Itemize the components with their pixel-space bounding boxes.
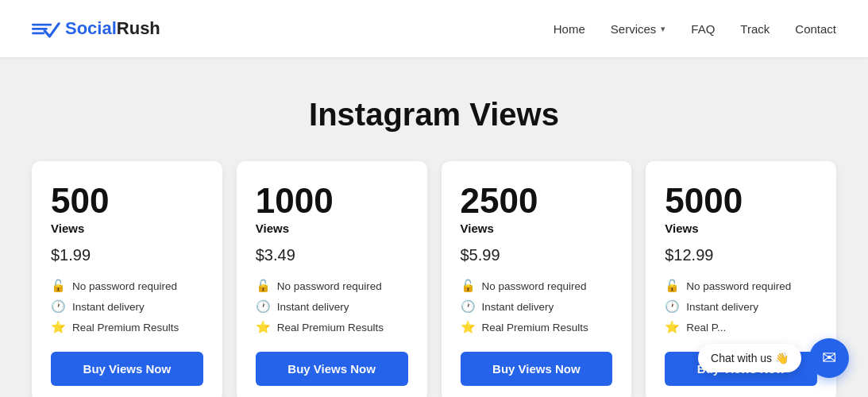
feature-icon: 🔓 xyxy=(51,279,66,293)
svg-rect-2 xyxy=(32,33,44,35)
feature-item: ⭐ Real Premium Results xyxy=(256,320,408,334)
pricing-card-0: 500 Views $1.99 🔓 No password required 🕐… xyxy=(32,161,222,397)
logo-rush: Rush xyxy=(117,18,160,38)
feature-text: Real P... xyxy=(686,322,726,333)
nav-faq[interactable]: FAQ xyxy=(691,22,715,36)
feature-item: ⭐ Real Premium Results xyxy=(51,320,203,334)
feature-item: 🔓 No password required xyxy=(461,279,613,293)
feature-text: Instant delivery xyxy=(72,301,145,313)
card-features: 🔓 No password required 🕐 Instant deliver… xyxy=(665,279,817,334)
feature-text: Real Premium Results xyxy=(72,322,179,333)
feature-icon: ⭐ xyxy=(51,320,66,334)
feature-icon: ⭐ xyxy=(461,320,476,334)
feature-icon: 🔓 xyxy=(256,279,271,293)
card-quantity: 2500 xyxy=(461,183,613,218)
chat-widget: Chat with us 👋 ✉ xyxy=(698,338,849,378)
chat-icon: ✉ xyxy=(822,348,836,368)
logo-social: Social xyxy=(65,18,117,38)
card-label: Views xyxy=(461,222,613,235)
feature-icon: 🕐 xyxy=(51,299,66,314)
logo-icon xyxy=(32,17,60,40)
feature-text: No password required xyxy=(277,280,382,292)
card-price: $1.99 xyxy=(51,246,203,264)
feature-icon: ⭐ xyxy=(256,320,271,334)
feature-text: Instant delivery xyxy=(277,301,349,313)
card-quantity: 5000 xyxy=(665,183,817,218)
header: SocialRush Home Services ▾ FAQ Track Con… xyxy=(0,0,868,57)
feature-text: No password required xyxy=(72,280,177,292)
feature-item: 🔓 No password required xyxy=(256,279,408,293)
feature-item: 🕐 Instant delivery xyxy=(256,299,408,314)
feature-icon: 🔓 xyxy=(461,279,476,293)
feature-icon: 🔓 xyxy=(665,279,680,293)
feature-item: 🔓 No password required xyxy=(51,279,203,293)
feature-text: Instant delivery xyxy=(482,301,554,313)
feature-item: 🕐 Instant delivery xyxy=(461,299,613,314)
card-label: Views xyxy=(51,222,203,235)
feature-item: 🔓 No password required xyxy=(665,279,817,293)
card-price: $3.49 xyxy=(256,246,408,264)
card-quantity: 1000 xyxy=(256,183,408,218)
page-title: Instagram Views xyxy=(32,97,836,133)
feature-icon: 🕐 xyxy=(256,299,271,314)
card-label: Views xyxy=(256,222,408,235)
pricing-card-2: 2500 Views $5.99 🔓 No password required … xyxy=(442,161,632,397)
card-price: $5.99 xyxy=(461,246,613,264)
nav-contact[interactable]: Contact xyxy=(795,22,836,36)
feature-item: 🕐 Instant delivery xyxy=(665,299,817,314)
buy-button-1[interactable]: Buy Views Now xyxy=(256,352,408,386)
buy-button-2[interactable]: Buy Views Now xyxy=(461,352,613,386)
card-label: Views xyxy=(665,222,817,235)
logo[interactable]: SocialRush xyxy=(32,17,160,40)
feature-text: No password required xyxy=(482,280,587,292)
buy-button-0[interactable]: Buy Views Now xyxy=(51,352,203,386)
feature-item: ⭐ Real Premium Results xyxy=(461,320,613,334)
nav-services[interactable]: Services ▾ xyxy=(611,22,666,36)
feature-item: 🕐 Instant delivery xyxy=(51,299,203,314)
feature-text: Real Premium Results xyxy=(482,322,588,333)
feature-item: ⭐ Real P... xyxy=(665,320,817,334)
chat-button[interactable]: ✉ xyxy=(809,338,849,378)
card-features: 🔓 No password required 🕐 Instant deliver… xyxy=(51,279,203,334)
feature-text: Real Premium Results xyxy=(277,322,384,333)
svg-rect-0 xyxy=(32,24,52,26)
feature-text: Instant delivery xyxy=(686,301,758,313)
feature-icon: 🕐 xyxy=(665,299,680,314)
feature-icon: ⭐ xyxy=(665,320,680,334)
logo-text: SocialRush xyxy=(65,18,160,39)
pricing-card-1: 1000 Views $3.49 🔓 No password required … xyxy=(237,161,427,397)
nav-services-link[interactable]: Services xyxy=(611,22,657,36)
feature-icon: 🕐 xyxy=(461,299,476,314)
card-price: $12.99 xyxy=(665,246,817,264)
nav-home[interactable]: Home xyxy=(554,22,585,36)
card-features: 🔓 No password required 🕐 Instant deliver… xyxy=(256,279,408,334)
feature-text: No password required xyxy=(686,280,791,292)
nav-track[interactable]: Track xyxy=(740,22,770,36)
card-features: 🔓 No password required 🕐 Instant deliver… xyxy=(461,279,613,334)
card-quantity: 500 xyxy=(51,183,203,218)
chat-bubble: Chat with us 👋 xyxy=(698,344,801,372)
chevron-down-icon: ▾ xyxy=(661,24,665,34)
main-nav: Home Services ▾ FAQ Track Contact xyxy=(554,22,836,36)
